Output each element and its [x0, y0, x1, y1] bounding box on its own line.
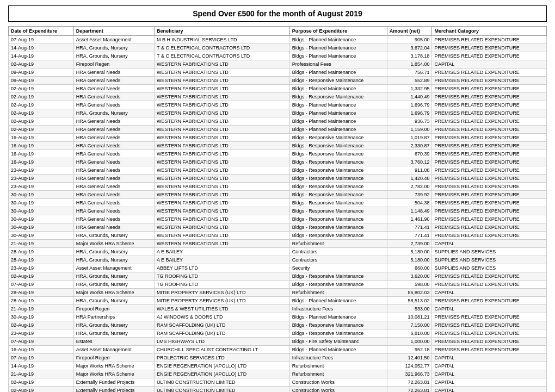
table-cell: Firepool Regen: [73, 305, 154, 313]
table-row: 30-Aug-19HRA, Grounds, NurseryWESTERN FA…: [9, 232, 547, 240]
table-cell: 739.92: [387, 191, 432, 199]
table-row: 07-Aug-19Asset Asset ManagementM B H IND…: [9, 36, 547, 44]
table-cell: WESTERN FABRICATIONS LTD: [155, 142, 290, 150]
table-cell: 1,420.48: [387, 175, 432, 183]
table-row: 16-Aug-19HRA General NeedsWESTERN FABRIC…: [9, 158, 547, 166]
table-cell: Bldgs - Responsive Maintenance: [289, 232, 387, 240]
table-cell: 02-Aug-19: [9, 101, 74, 109]
table-cell: TG ROOFING LTD: [155, 272, 290, 281]
table-row: 02-Aug-19Firepool RegenWESTERN FABRICATI…: [9, 60, 547, 69]
table-row: 23-Aug-19HRA General NeedsWESTERN FABRIC…: [9, 166, 547, 175]
table-row: 28-Aug-19Major Works HRA SchemeMITIE PRO…: [9, 289, 547, 297]
table-row: 23-Aug-19HRA, Grounds, NurseryRAM SCAFFO…: [9, 329, 547, 338]
table-cell: HRA General Needs: [73, 85, 154, 93]
table-row: 07-Aug-19HRA, Grounds, NurseryTG ROOFING…: [9, 281, 547, 289]
table-cell: Bldgs - Planned Maintenance: [289, 313, 387, 321]
table-cell: PREMISES RELATED EXPENDITURE: [432, 338, 547, 346]
table-cell: CAPITAL: [432, 60, 547, 69]
table-cell: WESTERN FABRICATIONS LTD: [155, 150, 290, 158]
table-cell: 02-Aug-19: [9, 60, 74, 69]
table-cell: 16-Aug-19: [9, 134, 74, 142]
table-cell: 504.38: [387, 199, 432, 207]
table-cell: PREMISES RELATED EXPENDITURE: [432, 36, 547, 44]
table-cell: 21-Aug-19: [9, 240, 74, 248]
table-cell: PREMISES RELATED EXPENDITURE: [432, 329, 547, 338]
table-cell: 02-Aug-19: [9, 117, 74, 126]
expenditure-table: Date of Expenditure Department Beneficia…: [8, 26, 547, 392]
table-row: 30-Aug-19HRA General NeedsWESTERN FABRIC…: [9, 191, 547, 199]
table-cell: 1,159.00: [387, 126, 432, 134]
table-cell: 3,620.00: [387, 272, 432, 281]
col-purpose: Purpose of Expenditure: [289, 27, 387, 36]
table-cell: PREMISES RELATED EXPENDITURE: [432, 223, 547, 232]
table-cell: LMS HIGHWAYS LTD: [155, 338, 290, 346]
table-cell: WESTERN FABRICATIONS LTD: [155, 232, 290, 240]
table-cell: T & C ELECTRICAL CONTRACTORS LTD: [155, 52, 290, 60]
table-cell: WESTERN FABRICATIONS LTD: [155, 134, 290, 142]
table-cell: 16-Aug-19: [9, 150, 74, 158]
table-cell: A E BAILEY: [155, 248, 290, 256]
table-cell: WESTERN FABRICATIONS LTD: [155, 158, 290, 166]
table-row: 16-Aug-19HRA General NeedsWESTERN FABRIC…: [9, 150, 547, 158]
table-cell: 5,180.00: [387, 256, 432, 264]
table-cell: PREMISES RELATED EXPENDITURE: [432, 166, 547, 175]
table-cell: WALES & WEST UTILITIES LTD: [155, 305, 290, 313]
table-cell: 30-Aug-19: [9, 313, 74, 321]
table-cell: 10,081.21: [387, 313, 432, 321]
table-cell: WESTERN FABRICATIONS LTD: [155, 199, 290, 207]
table-row: 09-Aug-19HRA General NeedsWESTERN FABRIC…: [9, 69, 547, 77]
table-cell: Bldgs - Responsive Maintenance: [289, 321, 387, 329]
table-cell: 936.73: [387, 117, 432, 126]
table-cell: HRA General Needs: [73, 199, 154, 207]
table-cell: CHURCHILL SPECIALIST CONTRACTING LT: [155, 346, 290, 354]
table-cell: WESTERN FABRICATIONS LTD: [155, 60, 290, 69]
table-cell: PREMISES RELATED EXPENDITURE: [432, 85, 547, 93]
table-cell: 21-Aug-19: [9, 305, 74, 313]
table-cell: Major Works HRA Scheme: [73, 362, 154, 370]
table-cell: Bldgs - Responsive Maintenance: [289, 281, 387, 289]
table-cell: Construction Works: [289, 378, 387, 387]
table-cell: 30-Aug-19: [9, 223, 74, 232]
table-cell: Refurbishment: [289, 370, 387, 378]
table-cell: PREMISES RELATED EXPENDITURE: [432, 215, 547, 223]
table-cell: WESTERN FABRICATIONS LTD: [155, 93, 290, 101]
table-cell: 14-Aug-19: [9, 52, 74, 60]
table-cell: ENGIE REGENERATION (APOLLO) LTD: [155, 362, 290, 370]
table-row: 02-Aug-19HRA, Grounds, NurseryTG ROOFING…: [9, 272, 547, 281]
table-cell: 02-Aug-19: [9, 387, 74, 393]
table-cell: Bldgs - Responsive Maintenance: [289, 207, 387, 215]
table-row: 07-Aug-19EstatesLMS HIGHWAYS LTDBldgs - …: [9, 338, 547, 346]
table-cell: Firepool Regen: [73, 354, 154, 362]
table-cell: 911.08: [387, 166, 432, 175]
table-cell: 16-Aug-19: [9, 158, 74, 166]
table-row: 02-Aug-19HRA General NeedsWESTERN FABRIC…: [9, 117, 547, 126]
table-cell: 124,052.77: [387, 362, 432, 370]
table-cell: WESTERN FABRICATIONS LTD: [155, 183, 290, 191]
table-row: 23-Aug-19HRA General NeedsWESTERN FABRIC…: [9, 175, 547, 183]
table-cell: HRA General Needs: [73, 215, 154, 223]
table-cell: Bldgs - Planned Maintenance: [289, 101, 387, 109]
table-cell: PREMISES RELATED EXPENDITURE: [432, 142, 547, 150]
table-cell: 533.00: [387, 305, 432, 313]
table-cell: HRA, Grounds, Nursery: [73, 321, 154, 329]
table-cell: MITIE PROPERTY SERVICES (UK) LTD: [155, 297, 290, 305]
table-cell: PREMISES RELATED EXPENDITURE: [432, 126, 547, 134]
table-cell: 552.89: [387, 77, 432, 85]
table-cell: Bldgs - Responsive Maintenance: [289, 77, 387, 85]
table-cell: CAPITAL: [432, 289, 547, 297]
table-cell: Bldgs - Fire Safety Maintenanc: [289, 338, 387, 346]
table-cell: PREMISES RELATED EXPENDITURE: [432, 272, 547, 281]
table-cell: HRA General Needs: [73, 150, 154, 158]
table-cell: Bldgs - Planned Maintenance: [289, 85, 387, 93]
table-row: 30-Aug-19HRA General NeedsWESTERN FABRIC…: [9, 199, 547, 207]
table-cell: HRA General Needs: [73, 183, 154, 191]
table-cell: HRA, Grounds, Nursery: [73, 232, 154, 240]
table-cell: CAPITAL: [432, 240, 547, 248]
table-cell: 1,696.79: [387, 109, 432, 117]
table-cell: Major Works HRA Scheme: [73, 370, 154, 378]
table-cell: 30-Aug-19: [9, 191, 74, 199]
col-date: Date of Expenditure: [9, 27, 74, 36]
table-cell: Asset Asset Management: [73, 36, 154, 44]
table-cell: 660.00: [387, 264, 432, 272]
table-cell: 16-Aug-19: [9, 142, 74, 150]
